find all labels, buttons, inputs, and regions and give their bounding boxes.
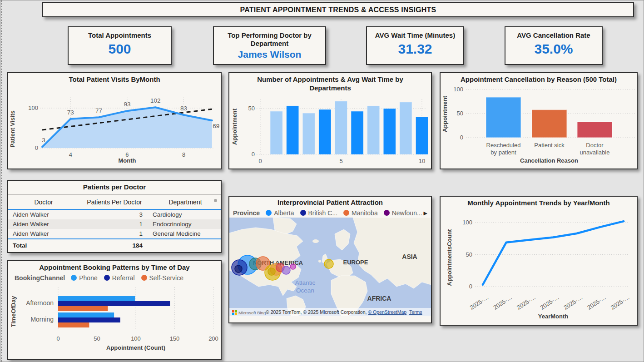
svg-text:200: 200 bbox=[208, 335, 218, 342]
svg-text:Patient Visits: Patient Visits bbox=[9, 110, 16, 147]
legend-item[interactable]: Newfoun... bbox=[384, 209, 422, 217]
svg-text:EUROPE: EUROPE bbox=[343, 259, 368, 266]
svg-text:Morning: Morning bbox=[30, 316, 54, 323]
trends-chart-plot[interactable]: 1005002025-…2025-…2025-…2025-…2025-…2025… bbox=[441, 208, 637, 322]
legend-dot-icon bbox=[104, 275, 110, 281]
kpi-label: Top Performing Doctor by Department bbox=[214, 27, 325, 48]
svg-text:Appointment: Appointment bbox=[231, 108, 238, 145]
kpi-label: Total Appointments bbox=[83, 27, 157, 40]
svg-text:ASIA: ASIA bbox=[402, 253, 417, 260]
svg-text:69: 69 bbox=[213, 123, 219, 129]
svg-text:0: 0 bbox=[252, 151, 255, 158]
svg-text:YearMonth: YearMonth bbox=[538, 313, 569, 320]
kpi-card-cancellation-rate: AVG Cancellation Rate 35.0% bbox=[505, 26, 603, 65]
legend-title: BookingChannel bbox=[15, 274, 65, 282]
table-row[interactable]: Aiden Walker1Endocrinology bbox=[8, 219, 221, 229]
map-plot[interactable]: NORTH AMERICAEUROPEASIAAFRICAAtlanticOce… bbox=[229, 218, 431, 316]
kpi-value: 31.32 bbox=[398, 41, 432, 57]
visits-chart-card: Total Patient Visits ByMonth 37377931028… bbox=[7, 72, 222, 169]
booking-legend: BookingChannel PhoneReferralSelf-Service bbox=[8, 272, 221, 283]
svg-text:AFRICA: AFRICA bbox=[367, 295, 391, 302]
report-title-bar: PATIENT APPOINTMENT TRENDS & ACCESS INSI… bbox=[42, 2, 634, 17]
legend-label: Newfoun... bbox=[392, 209, 422, 217]
svg-text:0: 0 bbox=[258, 158, 262, 164]
svg-text:Month: Month bbox=[119, 157, 136, 164]
svg-text:50: 50 bbox=[248, 105, 255, 112]
legend-items: AlbertaBritish C...ManitobaNewfoun... bbox=[266, 209, 422, 217]
legend-dot-icon bbox=[71, 275, 77, 281]
svg-text:Atlantic: Atlantic bbox=[295, 279, 316, 286]
svg-text:Cancellation Reason: Cancellation Reason bbox=[520, 157, 578, 164]
report-canvas: { "page_title": "PATIENT APPOINTMENT TRE… bbox=[0, 0, 644, 362]
table-row[interactable]: Aiden Walker3Cardiology bbox=[8, 209, 221, 219]
svg-text:102: 102 bbox=[150, 97, 161, 104]
svg-text:Rescheduled: Rescheduled bbox=[486, 142, 521, 149]
svg-text:AppointmentsCount: AppointmentsCount bbox=[446, 229, 453, 286]
table-row[interactable]: Aiden Walker1General Medicine bbox=[8, 229, 221, 239]
map-card: Interprovincial Patient Attraction Provi… bbox=[228, 196, 432, 323]
legend-item[interactable]: British C... bbox=[300, 209, 338, 217]
departments-chart-plot[interactable]: 5000510Appointment bbox=[229, 93, 431, 166]
svg-text:2025-…: 2025-… bbox=[586, 294, 607, 311]
departments-chart-card: Number of Appointments & Avg Wait Time b… bbox=[228, 72, 432, 169]
column-header[interactable]: Department bbox=[150, 195, 221, 209]
canvas-left-guide bbox=[1, 0, 2, 362]
svg-text:2025-…: 2025-… bbox=[609, 294, 631, 311]
svg-text:5: 5 bbox=[339, 158, 342, 164]
svg-text:100: 100 bbox=[28, 104, 38, 111]
svg-text:0: 0 bbox=[460, 134, 463, 141]
svg-text:50: 50 bbox=[457, 110, 463, 117]
legend-item[interactable]: Phone bbox=[71, 274, 97, 282]
cancellation-chart-plot[interactable]: 100500Rescheduledby patientPatient sickD… bbox=[441, 84, 637, 166]
legend-dot-icon bbox=[141, 275, 147, 281]
svg-text:50: 50 bbox=[466, 251, 472, 258]
svg-text:Appointment: Appointment bbox=[441, 95, 448, 132]
svg-text:Doctor: Doctor bbox=[586, 142, 604, 149]
svg-text:TimeOfDay: TimeOfDay bbox=[10, 296, 17, 327]
svg-text:10: 10 bbox=[419, 158, 425, 164]
legend-item[interactable]: Manitoba bbox=[343, 209, 378, 217]
kpi-card-total-appointments: Total Appointments 500 bbox=[68, 26, 172, 65]
svg-text:73: 73 bbox=[67, 109, 74, 116]
page-title: PATIENT APPOINTMENT TRENDS & ACCESS INSI… bbox=[240, 6, 436, 14]
svg-text:4: 4 bbox=[69, 151, 72, 158]
patients-table: DoctorPatients Per DoctorDepartmentAiden… bbox=[8, 195, 221, 251]
legend-item[interactable]: Self-Service bbox=[141, 274, 183, 282]
kpi-value: 500 bbox=[108, 41, 131, 57]
legend-item[interactable]: Alberta bbox=[266, 209, 294, 217]
legend-items: PhoneReferralSelf-Service bbox=[71, 274, 183, 282]
svg-text:2025-…: 2025-… bbox=[492, 294, 513, 311]
legend-item[interactable]: Referral bbox=[104, 274, 135, 282]
svg-text:2025-…: 2025-… bbox=[515, 294, 537, 311]
svg-text:83: 83 bbox=[180, 105, 187, 112]
legend-label: Alberta bbox=[274, 209, 294, 217]
legend-dot-icon bbox=[343, 210, 349, 216]
svg-text:2025-…: 2025-… bbox=[469, 294, 490, 311]
svg-text:0: 0 bbox=[35, 144, 38, 151]
booking-chart-plot[interactable]: AfternoonMorning050100150200Appointment … bbox=[8, 283, 221, 352]
terms-link[interactable]: Terms bbox=[409, 309, 422, 315]
trends-chart-card: Monthly Appointment Trends by Year/Month… bbox=[440, 196, 638, 326]
legend-label: Manitoba bbox=[352, 209, 378, 217]
legend-next-icon[interactable]: ▶ bbox=[424, 210, 427, 216]
legend-dot-icon bbox=[266, 210, 272, 216]
legend-dot-icon bbox=[300, 210, 306, 216]
visits-chart-plot[interactable]: 373779310283691000468MonthPatient Visits bbox=[8, 84, 221, 164]
legend-label: British C... bbox=[308, 209, 338, 217]
svg-text:100: 100 bbox=[462, 219, 472, 226]
chart-title: Interprovincial Patient Attraction bbox=[229, 197, 431, 207]
openstreetmap-link[interactable]: © OpenStreetMap bbox=[368, 309, 406, 315]
table-scrollbar-dot[interactable] bbox=[214, 199, 217, 202]
legend-label: Phone bbox=[79, 274, 97, 282]
chart-title: Appointment Cancellation by Reason (500 … bbox=[441, 73, 637, 84]
kpi-value: 35.0% bbox=[534, 41, 573, 57]
column-header[interactable]: Patients Per Doctor bbox=[79, 195, 150, 209]
kpi-card-avg-wait: AVG Wait Time (Minutes) 31.32 bbox=[366, 26, 464, 65]
svg-text:2025-…: 2025-… bbox=[562, 294, 584, 311]
column-header[interactable]: Doctor bbox=[8, 195, 79, 209]
svg-text:8: 8 bbox=[182, 151, 185, 158]
legend-title: Province bbox=[233, 209, 260, 217]
chart-title: Appointment Booking Patterns by Time of … bbox=[8, 261, 221, 272]
svg-text:3: 3 bbox=[42, 137, 45, 144]
patients-table-card: Patients per Doctor DoctorPatients Per D… bbox=[7, 180, 222, 253]
